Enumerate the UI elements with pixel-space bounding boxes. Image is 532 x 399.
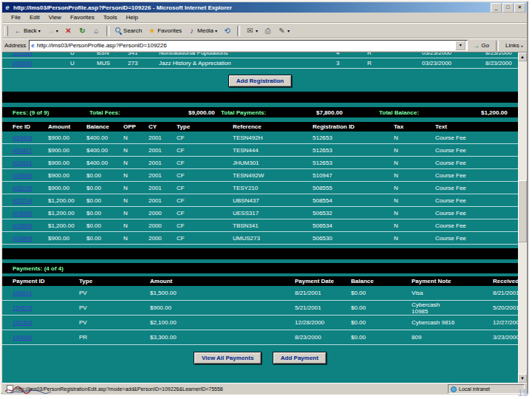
record-link[interactable]: 433417 [13, 147, 33, 154]
cell[interactable]: 425714 [2, 194, 47, 207]
maximize-button[interactable]: □ [502, 3, 514, 13]
record-link[interactable]: 156113 [13, 290, 32, 296]
cell[interactable]: 433418 [2, 132, 47, 144]
cell: 508554 [311, 194, 392, 207]
record-link[interactable]: 433694 [13, 172, 33, 179]
forward-button[interactable]: → ▾ [44, 26, 61, 35]
search-button[interactable]: Search [113, 27, 144, 35]
table-row: 506534UBSN341Nontraditional Populations4… [2, 52, 518, 58]
column-header: OPP [122, 122, 147, 132]
back-dropdown-icon: ▾ [38, 28, 41, 34]
history-button[interactable]: ⟲ [221, 26, 233, 35]
record-link[interactable]: 425714 [13, 197, 33, 204]
mail-button[interactable]: ✉ ▾ [244, 26, 260, 35]
scroll-up-icon[interactable]: ▲ [518, 52, 527, 61]
toolbar-grip[interactable] [4, 26, 8, 36]
scrollbar-thumb[interactable] [518, 180, 527, 242]
cell: N [392, 207, 434, 219]
record-link[interactable]: 506534 [13, 52, 33, 56]
cell: N [392, 194, 434, 207]
address-input[interactable]: e http://lms03/PersonProfile.asp?PersonI… [29, 40, 468, 51]
table-row: 433417$900.00$400.00N2001CFTESN444512653… [2, 144, 518, 157]
cell: Course Fee [434, 232, 518, 245]
record-link[interactable]: 433418 [13, 134, 33, 141]
cell[interactable]: 143996 [2, 330, 78, 345]
record-link[interactable]: 418904 [13, 235, 33, 242]
cell[interactable]: 506534 [2, 52, 69, 58]
cell: $0.00 [349, 286, 410, 301]
cell: Course Fee [434, 169, 518, 182]
cell: Course Fee [434, 182, 518, 194]
add-payment-button[interactable]: Add Payment [273, 352, 327, 364]
cell: N [392, 132, 434, 144]
edit-button[interactable]: ✎ ▾ [276, 26, 292, 35]
stop-button[interactable]: ✕ [62, 26, 75, 35]
cell[interactable]: 418905 [2, 219, 47, 232]
cell[interactable]: 418906 [2, 207, 47, 219]
column-header: Amount [47, 122, 85, 132]
close-button[interactable]: ✕ [514, 3, 525, 13]
record-link[interactable]: 506530 [13, 60, 33, 66]
toolbar: ← Back ▾ → ▾ ✕ ↻ ⌂ Search ★ [2, 23, 527, 38]
vertical-scrollbar[interactable]: ▲ ▼ [518, 52, 527, 383]
cell: 8/23/2000 [293, 330, 349, 345]
cell: 5/21/2001 [293, 301, 349, 316]
record-link[interactable]: 154076 [13, 304, 33, 311]
favorites-star-icon: ★ [148, 27, 156, 35]
print-button[interactable]: ⎙ [262, 26, 274, 35]
cell[interactable]: 433416 [2, 157, 47, 169]
minimize-button[interactable]: _ [491, 3, 502, 13]
favorites-button[interactable]: ★ Favorites [146, 26, 184, 35]
record-link[interactable]: 143996 [13, 334, 33, 341]
add-registration-button[interactable]: Add Registration [228, 75, 292, 87]
cell: 8/23/2000 [484, 58, 518, 69]
cell[interactable]: 156113 [2, 286, 78, 301]
media-dropdown-icon: ▾ [215, 28, 217, 34]
column-header: Fee ID [2, 122, 47, 132]
cell[interactable]: 425715 [2, 182, 47, 194]
refresh-button[interactable]: ↻ [76, 26, 89, 35]
cell: 506530 [311, 232, 392, 245]
payments-buttons-row: View All Payments Add Payment [2, 349, 518, 364]
cell[interactable]: 418904 [2, 232, 47, 245]
cell: N [392, 232, 434, 245]
view-all-payments-button[interactable]: View All Payments [194, 352, 262, 364]
links-button[interactable]: Links » [504, 42, 525, 49]
record-link[interactable]: 425715 [13, 185, 33, 191]
media-button[interactable]: ♪ Media ▾ [185, 26, 219, 35]
cell[interactable]: 433417 [2, 144, 47, 157]
search-icon [115, 27, 122, 34]
go-button[interactable]: → Go [471, 41, 491, 50]
menu-item[interactable]: View [44, 14, 66, 21]
address-dropdown-button[interactable]: ▾ [455, 41, 466, 50]
cell: $900.00 [47, 157, 85, 169]
cell[interactable]: 154076 [2, 301, 78, 316]
cell[interactable]: 433694 [2, 169, 47, 182]
fees-header-row: Fee IDAmountBalanceOPPCYTypeReferenceReg… [2, 122, 518, 132]
menu-item[interactable]: Edit [25, 14, 44, 21]
cell: $0.00 [349, 316, 410, 330]
menu-item[interactable]: File [7, 14, 25, 21]
table-row: 506530UMUS273Jazz History & Appreciation… [2, 58, 518, 69]
cell: $1,200.00 [47, 194, 85, 207]
back-button[interactable]: ← Back ▾ [12, 26, 43, 35]
scrollbar-track[interactable] [518, 61, 527, 374]
section-divider [2, 92, 518, 103]
record-link[interactable]: 151316 [13, 319, 33, 326]
forward-dropdown-icon: ▾ [56, 28, 58, 34]
cell[interactable]: 151316 [2, 316, 78, 330]
cell[interactable]: 506530 [2, 58, 69, 69]
menu-item[interactable]: Help [121, 14, 142, 21]
menu-item[interactable]: Favorites [66, 14, 99, 21]
record-link[interactable]: 418905 [13, 222, 33, 229]
toolbar-separator [237, 26, 240, 36]
scroll-down-icon[interactable]: ▼ [518, 374, 527, 383]
menu-item[interactable]: Tools [99, 14, 122, 21]
record-link[interactable]: 418906 [13, 210, 33, 216]
cell: CF [175, 157, 231, 169]
home-button[interactable]: ⌂ [90, 26, 103, 35]
address-value: http://lms03/PersonProfile.asp?PersonID=… [37, 42, 167, 49]
record-link[interactable]: 433416 [13, 160, 33, 166]
cell: 03/23/2000 [420, 58, 484, 69]
total-payments-value: $7,800.00 [316, 109, 379, 116]
